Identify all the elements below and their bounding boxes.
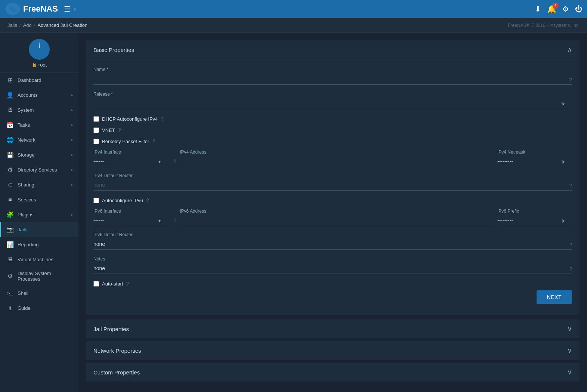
release-select[interactable] (93, 98, 572, 109)
sidebar-item-sharing[interactable]: ⊂ Sharing ▸ (0, 177, 78, 192)
power-icon[interactable]: ⏻ (575, 5, 583, 13)
sidebar-item-display-system-processes[interactable]: ⚙ Display System Processes (0, 267, 78, 285)
sidebar-item-services[interactable]: ≡ Services (0, 192, 78, 207)
name-input[interactable] (93, 74, 572, 84)
settings-icon[interactable]: ⚙ (562, 4, 569, 13)
sidebar-item-label: Shell (18, 290, 73, 296)
vnet-help-icon[interactable]: ? (118, 127, 121, 133)
display-system-processes-icon: ⚙ (6, 272, 14, 280)
next-button[interactable]: NEXT (537, 290, 572, 304)
ipv6-interface-field: IPv6 Interface ------ ▾ (93, 209, 168, 226)
vnet-row: VNET ? (93, 127, 572, 133)
ipv6-interface-select[interactable]: ------ (93, 215, 168, 226)
autostart-help-icon[interactable]: ? (126, 281, 129, 287)
jail-properties-expand-icon: ∨ (567, 325, 572, 333)
svg-text:🐾: 🐾 (10, 6, 16, 12)
notes-label: Notes (93, 256, 572, 262)
download-icon[interactable]: ⬇ (535, 4, 541, 13)
plugins-arrow: ▸ (71, 212, 73, 217)
ipv4-address-field: IPv4 Address (180, 149, 494, 167)
menu-icon[interactable]: ☰ (64, 4, 71, 13)
sidebar-item-storage[interactable]: 💾 Storage ▸ (0, 147, 78, 162)
ipv6-help-icon[interactable]: ? (172, 217, 176, 226)
ipv4-netmask-help-icon[interactable]: ? (561, 159, 564, 164)
basic-properties-header[interactable]: Basic Properties ∧ (86, 40, 580, 59)
sidebar-item-label: Directory Services (18, 167, 67, 173)
sidebar-item-guide[interactable]: ℹ Guide (0, 300, 78, 315)
sidebar-item-label: Services (18, 197, 73, 203)
sidebar-item-shell[interactable]: >_ Shell (0, 285, 78, 300)
sidebar-item-accounts[interactable]: 👤 Accounts ▸ (0, 87, 78, 102)
release-label: Release * (93, 92, 572, 97)
jail-properties-card: Jail Properties ∨ (86, 320, 580, 338)
sidebar-item-plugins[interactable]: 🧩 Plugins ▸ (0, 207, 78, 222)
user-name-label: root (38, 62, 47, 68)
ipv6-router-input[interactable] (93, 239, 572, 250)
notes-input[interactable] (93, 263, 572, 274)
sidebar-item-tasks[interactable]: 📅 Tasks ▸ (0, 117, 78, 132)
network-properties-header[interactable]: Network Properties ∨ (86, 341, 580, 360)
app-logo: 🐾 FreeNAS (4, 2, 58, 16)
breadcrumb-add[interactable]: Add (23, 22, 32, 28)
network-properties-title: Network Properties (93, 348, 141, 354)
directory-services-icon: ⚙ (6, 166, 14, 173)
breadcrumb-jails[interactable]: Jails (7, 22, 17, 28)
notification-icon[interactable]: 🔔 1 (547, 4, 556, 13)
ipv4-router-input[interactable] (93, 180, 572, 191)
ipv6-router-label: IPv6 Default Router (93, 232, 572, 237)
basic-properties-card: Basic Properties ∧ Name * ? Release * (86, 40, 580, 315)
dhcp-row: DHCP Autoconfigure IPv4 ? (93, 116, 572, 122)
autoconfigure-ipv6-help-icon[interactable]: ? (146, 197, 149, 203)
sidebar-item-label: Guide (18, 305, 73, 311)
ipv6-address-input[interactable] (180, 215, 494, 226)
dhcp-label: DHCP Autoconfigure IPv4 (102, 116, 158, 122)
tasks-arrow: ▸ (71, 123, 73, 127)
topbar: 🐾 FreeNAS ☰ ‹ ⬇ 🔔 1 ⚙ ⏻ (0, 0, 587, 18)
sidebar-item-label: Tasks (18, 122, 67, 128)
notes-help-icon[interactable]: ? (569, 266, 572, 271)
jail-properties-header[interactable]: Jail Properties ∨ (86, 320, 580, 338)
sidebar-item-reporting[interactable]: 📊 Reporting (0, 237, 78, 252)
ipv4-interface-label: IPv4 Interface (93, 149, 168, 155)
back-icon[interactable]: ‹ (74, 5, 76, 13)
sidebar-item-network[interactable]: 🌐 Network ▸ (0, 132, 78, 147)
dhcp-checkbox[interactable] (93, 116, 99, 122)
ipv6-interface-label: IPv6 Interface (93, 209, 168, 214)
ipv4-address-label: IPv4 Address (180, 149, 494, 155)
ipv4-address-input[interactable] (180, 156, 494, 167)
autostart-checkbox[interactable] (93, 281, 99, 287)
ipv4-row: IPv4 Interface ------ ▾ ? IPv4 Address (93, 149, 572, 167)
autoconfigure-ipv6-label: Autoconfigure IPv6 (102, 198, 143, 203)
sidebar-item-virtual-machines[interactable]: 🖥 Virtual Machines (0, 252, 78, 267)
ipv4-router-help-icon[interactable]: ? (569, 182, 572, 188)
breadcrumb-current: Advanced Jail Creation (37, 22, 87, 28)
avatar-label: i X (37, 42, 41, 56)
notes-field: Notes ? (93, 256, 572, 274)
reporting-icon: 📊 (6, 241, 14, 248)
system-arrow: ▸ (71, 108, 73, 112)
vnet-checkbox[interactable] (93, 127, 99, 133)
dhcp-help-icon[interactable]: ? (161, 116, 164, 122)
sidebar-item-jails[interactable]: 📷 Jails (0, 222, 78, 237)
sidebar-item-directory-services[interactable]: ⚙ Directory Services ▸ (0, 162, 78, 177)
sidebar-item-dashboard[interactable]: ⊞ Dashboard (0, 72, 78, 87)
sidebar-item-label: Display System Processes (18, 271, 73, 282)
sidebar-item-system[interactable]: 🖥 System ▸ (0, 102, 78, 117)
virtual-machines-icon: 🖥 (6, 256, 14, 263)
network-icon: 🌐 (6, 136, 14, 143)
sidebar-item-label: Network (18, 137, 67, 143)
name-help-icon[interactable]: ? (569, 76, 572, 82)
autoconfigure-ipv6-checkbox[interactable] (93, 198, 99, 203)
plugins-icon: 🧩 (6, 211, 14, 218)
custom-properties-header[interactable]: Custom Properties ∨ (86, 363, 580, 382)
ipv6-prefix-help-icon[interactable]: ? (561, 218, 564, 223)
dashboard-icon: ⊞ (6, 76, 14, 84)
release-help-icon[interactable]: ? (561, 101, 564, 107)
berkeley-help-icon[interactable]: ? (152, 138, 155, 144)
ipv6-router-help-icon[interactable]: ? (569, 241, 572, 247)
user-name: 🔒 root (32, 62, 47, 68)
version-info: FreeNAS® © 2019 - iXsystems, Inc. (508, 23, 580, 28)
ipv4-interface-select[interactable]: ------ (93, 156, 168, 167)
berkeley-checkbox[interactable] (93, 139, 99, 144)
ipv4-help-icon[interactable]: ? (172, 158, 176, 167)
